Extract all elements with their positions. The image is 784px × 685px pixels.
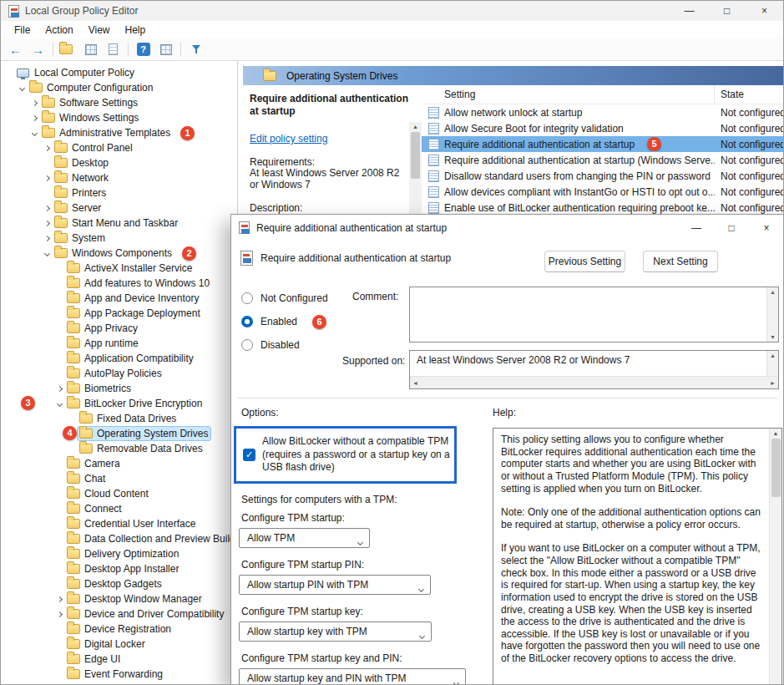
scroll-up-icon[interactable]: ▲	[773, 430, 779, 436]
chevron-right-icon[interactable]	[54, 594, 65, 605]
tree-item[interactable]: Event Forwarding	[1, 667, 237, 682]
radio-option-not-configured[interactable]: Not Configured	[241, 287, 328, 310]
tree-item[interactable]: Add features to Windows 10	[1, 276, 237, 291]
comment-input[interactable]: ▲ ▼	[409, 287, 779, 342]
tree-item[interactable]: App Privacy	[1, 321, 237, 336]
scroll-up-icon[interactable]: ▲	[412, 124, 418, 129]
scroll-right-icon[interactable]: ►	[770, 380, 776, 386]
tree-item[interactable]: Control Panel	[1, 140, 237, 155]
radio-button[interactable]	[241, 292, 253, 304]
comment-value[interactable]	[410, 287, 766, 342]
scroll-down-icon[interactable]: ▼	[770, 334, 776, 340]
scroll-up-icon[interactable]: ▲	[770, 353, 776, 358]
tree-item[interactable]: Application Compatibility	[1, 351, 237, 366]
column-header-state[interactable]: State	[715, 85, 783, 104]
menu-action[interactable]: Action	[38, 22, 80, 38]
chevron-right-icon[interactable]	[42, 173, 53, 184]
minimize-button[interactable]: —	[670, 1, 708, 21]
tree-item[interactable]: Camera	[1, 456, 237, 471]
tree-item[interactable]: ActiveX Installer Service	[1, 261, 237, 276]
settings-list-row[interactable]: Allow network unlock at startupNot confi…	[422, 104, 783, 120]
tree-item[interactable]: Digital Locker	[1, 637, 237, 652]
tree-item[interactable]: Start Menu and Taskbar	[1, 216, 237, 231]
tree-item[interactable]: AutoPlay Policies	[1, 366, 237, 381]
tree-item[interactable]: Credential User Interface	[1, 516, 237, 531]
tree-item[interactable]: Computer Configuration	[1, 80, 237, 95]
dropdown-2[interactable]: Allow startup PIN with TPM	[239, 575, 431, 595]
dialog-minimize-button[interactable]: —	[679, 215, 714, 241]
settings-list-row[interactable]: Require additional authentication at sta…	[422, 136, 783, 152]
tree-item[interactable]: Local Computer Policy	[1, 65, 237, 80]
radio-option-enabled[interactable]: Enabled6	[241, 310, 328, 333]
tree-item[interactable]: Cloud Content	[1, 486, 237, 501]
allow-bitlocker-without-tpm-checkbox[interactable]: ✓	[243, 449, 255, 461]
chevron-down-icon[interactable]	[42, 248, 53, 259]
scroll-left-icon[interactable]: ◄	[412, 380, 418, 386]
chevron-right-icon[interactable]	[42, 203, 53, 214]
tree-item[interactable]: App and Device Inventory	[1, 291, 237, 306]
tree-item[interactable]: Server	[1, 200, 237, 216]
tree-item[interactable]: Desktop Window Manager	[1, 591, 237, 606]
chevron-down-icon[interactable]	[17, 83, 28, 94]
tree-item[interactable]: Biometrics	[1, 381, 237, 396]
supported-scrollbar[interactable]: ▲	[766, 351, 778, 376]
comment-scrollbar[interactable]: ▲ ▼	[766, 287, 778, 342]
dialog-close-button[interactable]: ×	[749, 215, 784, 241]
chevron-right-icon[interactable]	[54, 609, 65, 620]
settings-list-row[interactable]: Allow devices compliant with InstantGo o…	[422, 184, 783, 200]
dialog-maximize-button[interactable]: □	[714, 215, 749, 241]
chevron-right-icon[interactable]	[54, 383, 65, 394]
scrollbar-thumb[interactable]	[411, 132, 420, 179]
forward-button[interactable]: →	[28, 40, 48, 58]
chevron-right-icon[interactable]	[42, 233, 53, 244]
dropdown-1[interactable]: Allow TPM	[239, 528, 370, 548]
tree-item[interactable]: Printers	[1, 185, 237, 200]
help-button[interactable]: ?	[133, 40, 154, 58]
tree-item[interactable]: System	[1, 231, 237, 246]
tree-item[interactable]: Fixed Data Drives	[1, 411, 237, 426]
next-setting-button[interactable]: Next Setting	[643, 251, 718, 272]
menu-file[interactable]: File	[7, 22, 38, 38]
tree-item[interactable]: Delivery Optimization	[1, 546, 237, 561]
tree-item[interactable]: Connect	[1, 501, 237, 516]
tree-item[interactable]: Device and Driver Compatibility	[1, 606, 237, 622]
tree-item[interactable]: App Package Deployment	[1, 306, 237, 321]
console-tree-toggle-button[interactable]	[58, 40, 78, 58]
supported-horizontal-scrollbar[interactable]: ◄ ►	[410, 376, 778, 388]
tree-item[interactable]: Windows Components2	[1, 246, 237, 261]
tree-item[interactable]: Desktop	[1, 155, 237, 170]
radio-option-disabled[interactable]: Disabled	[241, 333, 328, 357]
menu-help[interactable]: Help	[118, 22, 154, 38]
tree-item[interactable]: App runtime	[1, 336, 237, 351]
maximize-button[interactable]: □	[708, 1, 746, 21]
close-button[interactable]: ×	[746, 1, 783, 21]
filter-button[interactable]	[185, 40, 206, 58]
help-scrollbar[interactable]: ▲	[769, 429, 781, 684]
previous-setting-button[interactable]: Previous Setting	[544, 251, 625, 272]
column-header-setting[interactable]: Setting	[422, 85, 715, 104]
settings-list-row[interactable]: Require additional authentication at sta…	[422, 152, 783, 168]
tree-item[interactable]: Network	[1, 170, 237, 185]
radio-button[interactable]	[241, 316, 253, 327]
scroll-up-icon[interactable]: ▲	[770, 289, 776, 295]
scrollbar-thumb[interactable]	[771, 439, 781, 497]
tree-item[interactable]: Chat	[1, 471, 237, 486]
chevron-down-icon[interactable]	[54, 398, 65, 409]
tree-item[interactable]: Desktop Gadgets	[1, 576, 237, 591]
properties-button[interactable]	[80, 40, 101, 58]
chevron-right-icon[interactable]	[29, 113, 40, 124]
radio-button[interactable]	[241, 339, 253, 351]
chevron-right-icon[interactable]	[29, 98, 40, 109]
dropdown-4[interactable]: Allow startup key and PIN with TPM	[239, 668, 466, 685]
tree-item[interactable]: Data Collection and Preview Builds	[1, 531, 237, 546]
export-list-button[interactable]	[103, 40, 124, 58]
settings-list-row[interactable]: Allow Secure Boot for integrity validati…	[422, 120, 783, 136]
tree-item[interactable]: Desktop App Installer	[1, 561, 237, 576]
tree-item[interactable]: 4Operating System Drives	[1, 426, 237, 441]
tree-item[interactable]: Administrative Templates1	[1, 125, 237, 140]
edit-policy-setting-link[interactable]: Edit policy setting	[250, 133, 327, 145]
tree-item[interactable]: Edge UI	[1, 652, 237, 667]
back-button[interactable]: ←	[5, 40, 26, 58]
chevron-down-icon[interactable]	[29, 128, 40, 139]
dropdown-3[interactable]: Allow startup key with TPM	[239, 622, 432, 642]
